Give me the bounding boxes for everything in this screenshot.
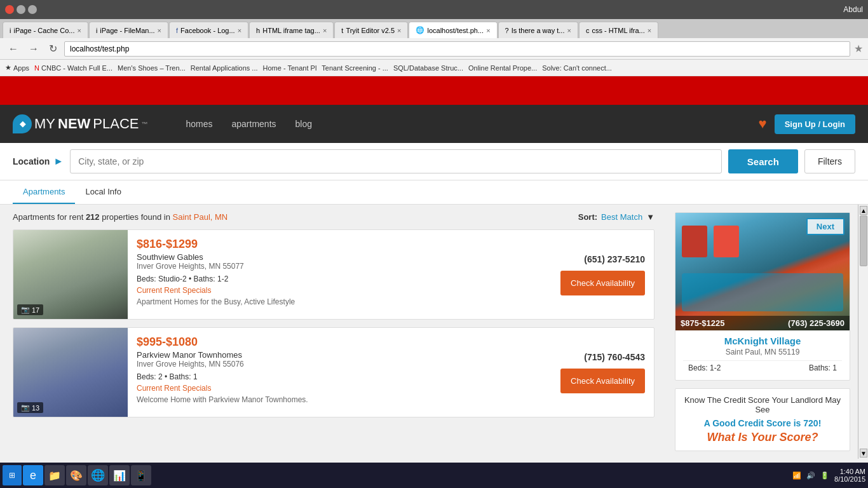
check-availability-button[interactable]: Check Availability — [560, 271, 645, 295]
nav-homes[interactable]: homes — [186, 119, 212, 129]
signup-button[interactable]: Sign Up / Login — [775, 114, 855, 134]
results-prefix: Apartments for rent — [13, 212, 86, 222]
folder-icon: 📁 — [48, 470, 61, 482]
tab-is-there[interactable]: ? Is there a way t... × — [498, 22, 578, 38]
bookmark-sql[interactable]: SQL/Database Struc... — [393, 64, 463, 72]
bookmarks-bar: ★ Apps N CNBC - Watch Full E... Men's Sh… — [0, 60, 868, 76]
browser-scrollbar[interactable]: ▲ ▼ — [858, 205, 868, 459]
search-section: Location ► Search Filters — [0, 143, 868, 180]
featured-details: McKnight Village Saint Paul, MN 55119 Be… — [675, 330, 850, 380]
nav-blog[interactable]: blog — [295, 119, 312, 129]
listing-desc: Apartment Homes for the Busy, Active Lif… — [137, 297, 543, 306]
minimize-button[interactable] — [17, 5, 25, 14]
battery-icon: 🔋 — [820, 471, 829, 480]
tab-close-icon[interactable]: × — [397, 27, 401, 34]
tab-facebook[interactable]: f Facebook - Log... × — [169, 22, 248, 38]
listing-image[interactable]: 📷 13 — [13, 328, 128, 417]
system-tray: 📶 🔊 🔋 1:40 AM 8/10/2015 — [792, 468, 865, 483]
search-button[interactable]: Search — [728, 149, 798, 173]
bookmark-star-icon[interactable]: ★ — [854, 43, 863, 55]
reload-button[interactable]: ↻ — [46, 41, 60, 56]
logo-icon — [13, 114, 32, 133]
tab-tryit[interactable]: t Tryit Editor v2.5 × — [334, 22, 408, 38]
listing-price[interactable]: $995-$1080 — [137, 336, 198, 348]
nav-apartments[interactable]: apartments — [232, 119, 276, 129]
tab-localhost[interactable]: 🌐 localhost/test.ph... × — [409, 22, 497, 38]
taskbar-paint-icon[interactable]: 🎨 — [66, 465, 86, 485]
scrollbar-up-button[interactable]: ▲ — [860, 206, 867, 215]
tab-local-info[interactable]: Local Info — [75, 180, 131, 204]
windows-icon: ⊞ — [9, 471, 15, 480]
listing-right: (715) 760-4543 Check Availability — [552, 328, 654, 417]
featured-phone: (763) 225-3690 — [788, 318, 844, 328]
tab-label: HTML iframe tag... — [262, 27, 320, 34]
separator: • — [189, 274, 194, 283]
listing-card: 📷 13 $995-$1080 Parkview Manor Townhomes… — [13, 327, 654, 417]
tab-close-icon[interactable]: × — [567, 27, 571, 34]
bookmark-apps[interactable]: ★ Apps — [5, 64, 29, 72]
tab-favicon: 🌐 — [416, 26, 424, 34]
main-content: Apartments for rent 212 properties found… — [0, 205, 868, 459]
scrollbar-down-button[interactable]: ▼ — [860, 449, 867, 458]
tab-label: Is there a way t... — [512, 27, 565, 34]
listing-special[interactable]: Current Rent Specials — [137, 286, 543, 295]
listing-price[interactable]: $816-$1299 — [137, 238, 198, 250]
tab-close-icon[interactable]: × — [323, 27, 327, 34]
taskbar-app5-icon[interactable]: 📊 — [109, 465, 130, 485]
featured-name[interactable]: McKnight Village — [683, 336, 842, 346]
bookmark-shoes[interactable]: Men's Shoes – Tren... — [118, 64, 186, 72]
sort-value[interactable]: Best Match — [601, 212, 642, 222]
results-location[interactable]: Saint Paul, MN — [173, 212, 228, 222]
tab-close-icon[interactable]: × — [77, 27, 81, 34]
scrollbar-thumb[interactable] — [860, 215, 867, 266]
system-clock: 1:40 AM 8/10/2015 — [834, 468, 865, 483]
forward-button[interactable]: → — [25, 42, 42, 56]
tab-html-iframe[interactable]: h HTML iframe tag... × — [249, 22, 334, 38]
bookmark-solve[interactable]: Solve: Can't connect... — [542, 64, 612, 72]
app6-icon: 📱 — [135, 470, 147, 482]
count-number: 17 — [32, 306, 39, 314]
listing-image[interactable]: 📷 17 — [13, 230, 128, 319]
address-bar[interactable] — [64, 41, 850, 57]
tab-ipage-cache[interactable]: i iPage - Cache Co... × — [3, 22, 88, 38]
tab-close-icon[interactable]: × — [486, 27, 490, 34]
listing-address: Inver Grove Heights, MN 55077 — [137, 262, 543, 271]
logo-trademark: ™ — [141, 121, 147, 128]
taskbar-folder-icon[interactable]: 📁 — [44, 465, 65, 485]
tab-close-icon[interactable]: × — [648, 27, 651, 34]
featured-name-link[interactable]: McKnight Village — [724, 336, 801, 346]
maximize-button[interactable] — [28, 5, 37, 14]
tab-favicon: i — [96, 27, 97, 34]
search-input[interactable] — [70, 149, 722, 173]
taskbar-chrome-icon[interactable]: 🌐 — [88, 465, 108, 485]
check-availability-button-2[interactable]: Check Availability — [560, 369, 645, 393]
tab-apartments[interactable]: Apartments — [13, 180, 75, 204]
network-icon: 📶 — [792, 471, 801, 480]
bookmark-cnbc[interactable]: N CNBC - Watch Full E... — [34, 64, 112, 72]
listing-phone: (715) 760-4543 — [584, 352, 645, 362]
featured-next-button[interactable]: Next — [806, 218, 844, 235]
taskbar: ⊞ e 📁 🎨 🌐 📊 📱 📶 🔊 🔋 1:40 AM 8/10/2015 — [0, 463, 868, 488]
favorites-icon[interactable]: ♥ — [759, 116, 767, 132]
beds-label: Beds: Studio-2 — [137, 274, 187, 283]
clock-time: 1:40 AM — [834, 468, 865, 475]
browser-window: Abdul i iPage - Cache Co... × i iPage - … — [0, 0, 868, 488]
tab-ipage-file[interactable]: i iPage - FileMan... × — [89, 22, 168, 38]
filters-button[interactable]: Filters — [804, 149, 855, 173]
taskbar-ie-icon[interactable]: e — [23, 465, 43, 485]
bookmark-tenant-screening[interactable]: Tenant Screening - ... — [322, 64, 388, 72]
tab-close-icon[interactable]: × — [158, 27, 161, 34]
bookmark-home-tenant[interactable]: Home - Tenant Pl — [263, 64, 317, 72]
tab-close-icon[interactable]: × — [238, 27, 241, 34]
bookmark-rental-apps[interactable]: Rental Applications ... — [191, 64, 258, 72]
back-button[interactable]: ← — [5, 42, 22, 56]
bookmark-online-rental[interactable]: Online Rental Prope... — [468, 64, 537, 72]
listing-special[interactable]: Current Rent Specials — [137, 384, 543, 393]
results-suffix: properties found in — [102, 212, 172, 222]
tab-css-iframe[interactable]: c css - HTML ifra... × — [579, 22, 658, 38]
logo-my: MY — [34, 116, 55, 132]
site-logo[interactable]: MY NEW PLACE ™ — [13, 114, 147, 133]
close-button[interactable] — [5, 5, 14, 14]
taskbar-app6-icon[interactable]: 📱 — [131, 465, 151, 485]
start-button[interactable]: ⊞ — [3, 465, 22, 485]
